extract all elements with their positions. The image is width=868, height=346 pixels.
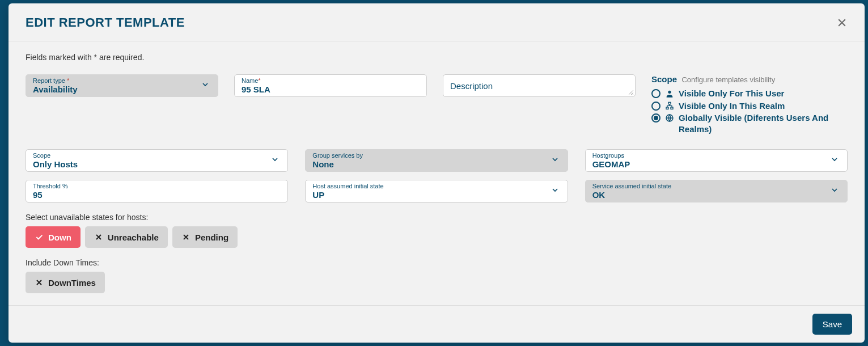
svg-point-0 <box>668 91 671 94</box>
scope-visibility-block: Scope Configure templates visibility Vis… <box>651 74 848 136</box>
group-services-by-value: None <box>312 159 560 170</box>
chip-downtimes[interactable]: DownTimes <box>26 272 105 293</box>
include-downtimes-label: Include Down Times: <box>26 258 848 267</box>
name-label: Name* <box>242 78 420 84</box>
host-initial-state-value: UP <box>312 190 560 200</box>
tree-icon <box>665 102 674 111</box>
chip-label: Unreachable <box>108 233 159 242</box>
hostgroups-label: Hostgroups <box>592 153 840 159</box>
report-type-label: Report type * <box>33 78 211 84</box>
chip-down[interactable]: Down <box>26 226 81 248</box>
host-initial-state-select[interactable]: Host assumed initial state UP <box>305 180 568 202</box>
modal-footer: Save <box>9 305 865 343</box>
globe-icon <box>665 113 674 123</box>
chip-pending[interactable]: Pending <box>172 226 238 248</box>
group-services-by-select[interactable]: Group services by None <box>305 149 568 172</box>
host-initial-state-label: Host assumed initial state <box>312 183 560 189</box>
name-value: 95 SLA <box>242 85 420 95</box>
scope-option-label: Visible Only For This User <box>679 88 848 99</box>
close-button[interactable] <box>834 15 850 31</box>
scope-select-label: Scope <box>33 153 281 159</box>
service-initial-state-value: OK <box>592 190 840 200</box>
service-initial-state-label: Service assumed initial state <box>592 183 840 189</box>
svg-rect-2 <box>666 107 668 109</box>
x-icon <box>94 233 103 242</box>
x-icon <box>35 278 44 287</box>
threshold-value: 95 <box>33 190 281 200</box>
hostgroups-select[interactable]: Hostgroups GEOMAP <box>585 149 848 172</box>
scope-option-label: Visible Only In This Realm <box>679 100 848 112</box>
unavailable-states-chips: Down Unreachable Pending <box>26 226 848 248</box>
modal-header: EDIT REPORT TEMPLATE <box>9 3 865 41</box>
hostgroups-value: GEOMAP <box>592 159 840 170</box>
close-icon <box>836 17 848 28</box>
svg-rect-3 <box>671 107 673 109</box>
unavailable-states-label: Select unavailable states for hosts: <box>26 213 848 222</box>
scope-heading-row: Scope Configure templates visibility <box>651 74 848 85</box>
edit-report-template-modal: EDIT REPORT TEMPLATE Fields marked with … <box>9 3 865 343</box>
name-field[interactable]: Name* 95 SLA <box>234 74 427 97</box>
user-icon <box>665 89 674 98</box>
form-row-3: Threshold % 95 Host assumed initial stat… <box>26 180 848 202</box>
scope-radio-list: Visible Only For This User Visible Only … <box>651 88 848 134</box>
radio-icon <box>651 102 660 111</box>
scope-option-user[interactable]: Visible Only For This User <box>651 88 848 99</box>
group-services-by-label: Group services by <box>312 153 560 159</box>
report-type-select[interactable]: Report type * Availability <box>26 74 218 97</box>
chip-unreachable[interactable]: Unreachable <box>85 226 168 248</box>
check-icon <box>35 233 44 242</box>
radio-icon <box>651 89 660 98</box>
report-type-value: Availability <box>33 85 211 95</box>
form-row-1: Report type * Availability Name* 95 SLA … <box>26 74 848 136</box>
downtimes-chips: DownTimes <box>26 272 848 293</box>
scope-heading: Scope <box>651 74 677 84</box>
required-fields-note: Fields marked with * are required. <box>26 53 848 62</box>
modal-title: EDIT REPORT TEMPLATE <box>26 15 185 30</box>
scope-select[interactable]: Scope Only Hosts <box>26 149 288 172</box>
modal-body: Fields marked with * are required. Repor… <box>9 41 865 305</box>
description-field[interactable]: Description <box>443 74 636 97</box>
radio-icon <box>651 113 660 123</box>
threshold-field[interactable]: Threshold % 95 <box>26 180 288 202</box>
form-row-2: Scope Only Hosts Group services by None … <box>26 149 848 172</box>
chip-label: Down <box>48 233 71 242</box>
x-icon <box>181 233 190 242</box>
scope-subheading: Configure templates visibility <box>681 75 775 84</box>
threshold-label: Threshold % <box>33 183 281 189</box>
scope-option-label: Globally Visible (Diferents Users And Re… <box>679 112 848 134</box>
save-button[interactable]: Save <box>812 314 852 335</box>
description-placeholder: Description <box>450 81 628 91</box>
scope-option-realm[interactable]: Visible Only In This Realm <box>651 100 848 112</box>
scope-option-global[interactable]: Globally Visible (Diferents Users And Re… <box>651 112 848 134</box>
svg-rect-1 <box>668 102 671 104</box>
service-initial-state-select[interactable]: Service assumed initial state OK <box>585 180 848 202</box>
resize-grip-icon <box>628 90 634 95</box>
chip-label: DownTimes <box>48 278 96 288</box>
chip-label: Pending <box>195 233 228 242</box>
scope-select-value: Only Hosts <box>33 159 281 170</box>
